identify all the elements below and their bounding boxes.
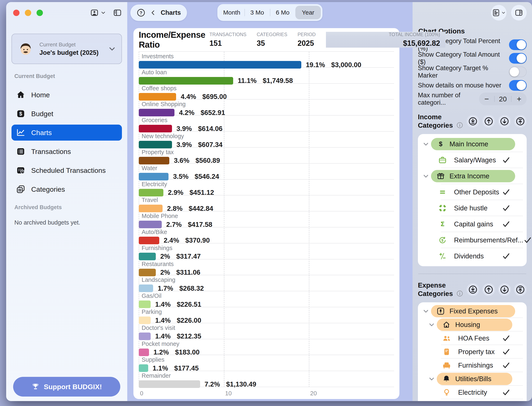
back-button[interactable]: Charts — [161, 9, 181, 16]
category-item-gas-oil[interactable]: Gas/Oil — [418, 399, 527, 401]
bar[interactable] — [139, 125, 172, 132]
category-item-hoa-fees[interactable]: HOA Fees — [418, 332, 527, 345]
period-tab-3-mo[interactable]: 3 Mo — [244, 6, 270, 19]
support-budgix-button[interactable]: Support BUDGIX! — [13, 377, 120, 397]
expense-arrow-down-bar-button[interactable] — [467, 283, 479, 296]
stepper-minus-button[interactable]: − — [479, 95, 494, 103]
budget-selector[interactable]: Current Budget Joe's budget (2025) — [12, 34, 122, 64]
checkmark-icon[interactable] — [523, 236, 532, 245]
bar[interactable] — [139, 173, 168, 181]
sidebar-item-budget[interactable]: $Budget — [12, 106, 122, 122]
income-arrow-up-bar-button[interactable] — [514, 115, 527, 128]
checkmark-icon[interactable] — [502, 188, 511, 197]
chevron-down-icon[interactable] — [428, 375, 435, 382]
checkmark-icon[interactable] — [502, 334, 511, 343]
category-item-side-hustle[interactable]: Side hustle — [418, 200, 527, 216]
close-button[interactable] — [13, 10, 20, 16]
income-arrow-down-bar-button[interactable] — [467, 115, 479, 128]
category-item-other-deposits[interactable]: Other Deposits — [418, 184, 527, 200]
bar[interactable] — [139, 157, 169, 164]
bar[interactable] — [139, 253, 156, 260]
toggle-show-category-target-marker[interactable] — [509, 66, 527, 77]
chevron-down-icon[interactable] — [422, 308, 429, 315]
equals-icon — [438, 188, 447, 197]
bar-percent: 7.2% — [205, 380, 220, 388]
category-group-fixed-expenses[interactable]: Fixed Expenses — [418, 304, 527, 318]
bar-category-label: Supplies — [139, 355, 394, 363]
bar[interactable] — [139, 380, 200, 388]
sidebar-item-charts[interactable]: Charts — [12, 125, 122, 141]
category-item-reimbursements-ref[interactable]: $Reimbursements/Ref... — [418, 232, 527, 248]
toggle-show-details-on-mouse-hover[interactable] — [509, 80, 527, 91]
bar[interactable] — [139, 205, 163, 212]
arrow-down-icon — [500, 285, 509, 294]
sidebar-item-transactions[interactable]: Transactions — [12, 144, 122, 160]
checkmark-icon[interactable] — [502, 204, 511, 213]
income-arrow-down-button[interactable] — [498, 115, 511, 128]
minimize-button[interactable] — [25, 10, 31, 16]
bar-percent: 4.4% — [181, 93, 196, 101]
sidebar-item-scheduled-transactions[interactable]: Scheduled Transactions — [12, 162, 122, 178]
category-group-housing[interactable]: Housing — [418, 318, 527, 332]
period-tab-year[interactable]: Year — [295, 6, 321, 19]
bar-category-label: Online Shopping — [139, 100, 394, 108]
bar[interactable] — [139, 317, 151, 324]
period-tab-6-mo[interactable]: 6 Mo — [270, 6, 295, 19]
category-item-furnishings[interactable]: Furnishings — [418, 359, 527, 372]
bar-category-label: Gas/Oil — [139, 291, 394, 299]
bar-percent: 2.9% — [168, 189, 183, 196]
info-icon[interactable] — [456, 122, 463, 129]
expense-arrow-up-bar-button[interactable] — [514, 283, 527, 296]
help-button[interactable]: ? — [137, 8, 145, 17]
bar[interactable] — [139, 364, 148, 372]
chevron-down-icon[interactable] — [428, 321, 435, 328]
category-group-utilities-bills[interactable]: Utilities/Bills — [418, 372, 527, 386]
bar[interactable] — [139, 221, 162, 228]
bar[interactable] — [139, 269, 156, 276]
category-group-extra-income[interactable]: Extra Income — [418, 168, 527, 184]
category-group-main-income[interactable]: $Main Income — [418, 136, 527, 152]
bar[interactable] — [139, 109, 174, 116]
stepper-plus-button[interactable]: + — [511, 95, 527, 103]
bar[interactable] — [139, 348, 149, 356]
bar[interactable] — [139, 333, 151, 340]
bar[interactable] — [139, 141, 172, 148]
account-menu-button[interactable] — [90, 8, 106, 17]
chevron-down-icon[interactable] — [422, 173, 429, 180]
bar[interactable] — [139, 284, 153, 292]
checkmark-icon[interactable] — [502, 388, 511, 397]
income-arrow-up-button[interactable] — [482, 115, 495, 128]
bar[interactable] — [139, 189, 163, 196]
chevron-down-icon[interactable] — [422, 141, 429, 148]
expense-arrow-down-button[interactable] — [498, 283, 511, 296]
zoom-button[interactable] — [36, 10, 43, 16]
checkmark-icon[interactable] — [502, 347, 511, 356]
bar[interactable] — [139, 77, 233, 85]
category-item-electricity[interactable]: Electricity — [418, 386, 527, 399]
bar[interactable] — [139, 237, 159, 244]
period-tab-month[interactable]: Month — [219, 6, 244, 19]
right-panel-toggle-button[interactable] — [511, 5, 527, 21]
checkmark-icon[interactable] — [502, 220, 511, 229]
checkmark-icon[interactable] — [502, 252, 511, 261]
sidebar-item-home[interactable]: Home — [12, 87, 122, 103]
checkmark-icon[interactable] — [502, 156, 511, 165]
category-item-label: Property tax — [458, 348, 502, 356]
view-options-button[interactable] — [491, 5, 507, 21]
expense-arrow-up-button[interactable] — [482, 283, 495, 296]
category-item-dividends[interactable]: Dividends — [418, 248, 527, 264]
chevron-left-icon — [150, 10, 156, 16]
bar[interactable] — [139, 300, 151, 308]
sidebar-item-categories[interactable]: Categories — [12, 181, 122, 197]
checkmark-icon[interactable] — [502, 361, 511, 370]
toggle-show-category-total-percent[interactable] — [509, 39, 527, 50]
doc-form-icon — [492, 8, 500, 17]
sidebar-toggle-button[interactable] — [113, 8, 122, 17]
info-icon[interactable] — [456, 290, 463, 297]
category-item-property-tax[interactable]: Property tax — [418, 345, 527, 359]
bar[interactable] — [139, 93, 176, 101]
category-item-salary-wages[interactable]: Salary/Wages — [418, 152, 527, 168]
bar[interactable] — [139, 61, 301, 69]
toggle-show-category-total-amount[interactable] — [509, 53, 527, 64]
category-item-capital-gains[interactable]: ΣCapital gains — [418, 216, 527, 232]
